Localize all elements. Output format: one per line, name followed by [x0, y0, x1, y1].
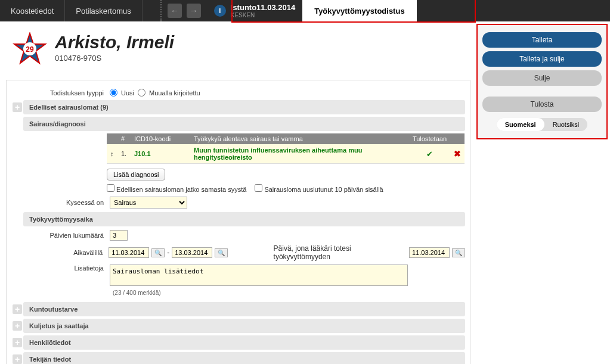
tab-potilaskertomus[interactable]: Potilaskertomus [65, 0, 142, 21]
main-content: 29 Arkisto, Irmeli 010476-970S Todistuks… [0, 21, 476, 364]
section-author-label: Tekijän tiedot [29, 356, 71, 363]
topbar: Koostetiedot Potilaskertomus ← → I Istun… [0, 0, 610, 21]
diagnosis-table: # ICD10-koodi Työkykyä alentava sairaus … [107, 133, 465, 164]
doctor-date-picker-icon[interactable]: 🔍 [452, 248, 465, 257]
chk-renewed-label: Sairausloma uusiutunut 10 päivän sisällä [264, 186, 383, 193]
days-input[interactable] [110, 230, 128, 241]
radio-muualla[interactable] [138, 89, 145, 97]
chk-continuation[interactable] [107, 184, 114, 192]
lang-fi-button[interactable]: Suomeksi [497, 118, 544, 131]
section-period[interactable]: Työkyvyttömyysaika [23, 212, 465, 226]
col-desc: Työkykyä alentava sairaus tai vamma [190, 133, 409, 144]
lang-sv-button[interactable]: Ruotsiksi [544, 118, 588, 131]
svg-text:29: 29 [26, 45, 34, 54]
case-label: Kyseessä on [11, 199, 104, 206]
type-label: Todistuksen tyyppi [11, 89, 104, 97]
expand-icon[interactable]: + [13, 338, 22, 347]
print-button[interactable]: Tulosta [482, 97, 602, 112]
section-diagnosis-label: Sairaus/diagnoosi [29, 120, 86, 127]
language-toggle: Suomeksi Ruotsiksi [497, 118, 588, 131]
row-desc: Muun tunnistetun influenssaviruksen aihe… [190, 144, 409, 164]
days-label: Päivien lukumäärä [11, 232, 104, 239]
radio-uusi[interactable] [110, 89, 117, 97]
section-rehab[interactable]: + Kuntoutustarve [23, 302, 465, 316]
section-prev-sickleave-label: Edelliset sairauslomat (9) [29, 104, 109, 111]
extra-label: Lisätietoja [11, 265, 104, 272]
session-box[interactable]: I Istunto11.03.2014 KESKEN [207, 0, 302, 21]
col-num: # [117, 133, 131, 144]
section-transport-label: Kuljetus ja saattaja [29, 322, 89, 329]
char-count: (23 / 400 merkkiä) [113, 290, 465, 296]
case-select[interactable]: Sairaus [110, 197, 187, 209]
check-icon[interactable]: ✔ [426, 150, 433, 158]
row-num: 1. [117, 144, 131, 164]
doctor-date-label: Päivä, jona lääkäri totesi työkyvyttömyy… [274, 244, 407, 261]
expand-icon[interactable]: + [13, 102, 22, 112]
session-circle-icon: I [214, 5, 226, 17]
range-sep: - [167, 248, 169, 257]
nav-forward-icon[interactable]: → [187, 4, 201, 18]
section-prev-sickleave[interactable]: + Edelliset sairauslomat (9) [23, 100, 465, 114]
tab-tyokyvyttomyystodistus[interactable]: Työkyvyttömyystodistus [302, 0, 416, 21]
nav-arrows: ← → [160, 0, 207, 21]
date-to-picker-icon[interactable]: 🔍 [215, 248, 228, 257]
date-from-picker-icon[interactable]: 🔍 [151, 248, 165, 257]
date-to-input[interactable] [172, 247, 212, 258]
patient-name: Arkisto, Irmeli [55, 32, 174, 52]
radio-uusi-label: Uusi [121, 89, 134, 97]
col-icd: ICD10-koodi [131, 133, 190, 144]
save-button[interactable]: Talleta [482, 32, 602, 48]
chk-renewed[interactable] [255, 184, 262, 192]
form-area: Todistuksen tyyppi Uusi Muualla kirjoite… [6, 80, 470, 364]
patient-id: 010476-970S [55, 54, 174, 63]
section-personal-label: Henkilötiedot [29, 339, 71, 346]
table-row[interactable]: ↕ 1. J10.1 Muun tunnistetun influenssavi… [107, 144, 465, 164]
doctor-date-input[interactable] [409, 247, 450, 258]
tab-koostetiedot[interactable]: Koostetiedot [0, 0, 65, 21]
expand-icon[interactable]: + [13, 321, 22, 331]
logo-icon: 29 [11, 32, 49, 70]
section-transport[interactable]: + Kuljetus ja saattaja [23, 319, 465, 333]
section-diagnosis[interactable]: Sairaus/diagnoosi [23, 117, 465, 131]
save-close-button[interactable]: Talleta ja sulje [482, 51, 602, 67]
session-status: KESKEN [231, 12, 295, 18]
delete-icon[interactable]: ✖ [454, 149, 461, 158]
nav-back-icon[interactable]: ← [168, 4, 182, 18]
chk-continuation-label: Edellisen sairausloman jatko samasta syy… [116, 186, 246, 193]
right-panel: Talleta Talleta ja sulje Sulje Tulosta S… [476, 24, 608, 139]
col-print: Tulostetaan [409, 133, 450, 144]
section-rehab-label: Kuntoutustarve [29, 306, 78, 313]
patient-header: 29 Arkisto, Irmeli 010476-970S [6, 27, 470, 80]
range-label: Aikavälillä [11, 249, 103, 256]
section-period-label: Työkyvyttömyysaika [29, 216, 93, 223]
section-author[interactable]: + Tekijän tiedot [23, 352, 465, 364]
drag-handle-icon[interactable]: ↕ [107, 144, 117, 164]
radio-muualla-label: Muualla kirjoitettu [149, 89, 200, 97]
row-icd: J10.1 [131, 144, 190, 164]
session-title: Istunto11.03.2014 [231, 3, 295, 12]
add-diagnosis-button[interactable]: Lisää diagnoosi [107, 169, 165, 181]
extra-textarea[interactable] [110, 265, 408, 286]
expand-icon[interactable]: + [13, 304, 22, 314]
expand-icon[interactable]: + [13, 354, 22, 364]
close-button[interactable]: Sulje [482, 70, 602, 86]
date-from-input[interactable] [109, 247, 149, 258]
section-personal[interactable]: + Henkilötiedot [23, 335, 465, 350]
